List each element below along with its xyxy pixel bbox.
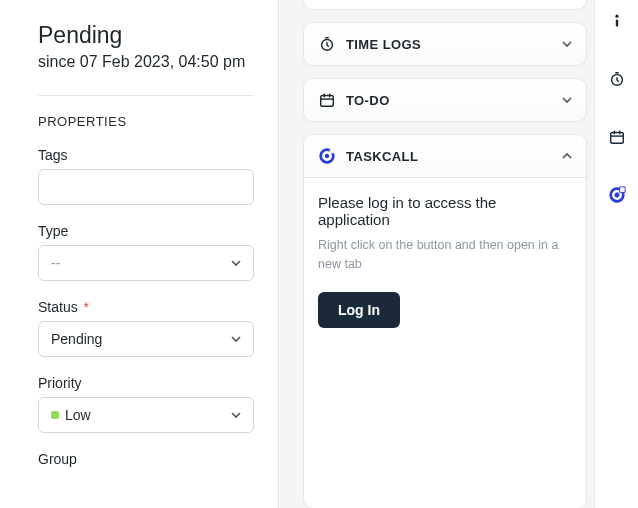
- svg-rect-6: [615, 19, 617, 26]
- taskcall-message-sub: Right click on the button and then open …: [318, 236, 572, 274]
- properties-panel: Pending since 07 Feb 2023, 04:50 pm PROP…: [0, 0, 279, 508]
- todo-header[interactable]: TO-DO: [304, 79, 586, 121]
- status-since: since 07 Feb 2023, 04:50 pm: [38, 53, 254, 71]
- login-button[interactable]: Log In: [318, 292, 400, 328]
- calendar-icon: [318, 91, 336, 109]
- rail-timelog-button[interactable]: [604, 66, 630, 92]
- stopwatch-icon: [318, 35, 336, 53]
- status-select[interactable]: Pending: [38, 321, 254, 357]
- tags-input[interactable]: [38, 169, 254, 205]
- svg-rect-8: [610, 133, 623, 144]
- stopwatch-icon: [608, 70, 626, 88]
- svg-rect-4: [330, 148, 335, 153]
- previous-card-edge: [303, 0, 587, 10]
- divider: [38, 95, 254, 96]
- time-logs-label: TIME LOGS: [346, 37, 421, 52]
- main-area: TIME LOGS TO-DO: [279, 0, 638, 508]
- chevron-down-icon: [231, 410, 241, 420]
- todo-label: TO-DO: [346, 93, 390, 108]
- priority-value-wrapper: Low: [51, 407, 91, 423]
- type-select[interactable]: --: [38, 245, 254, 281]
- status-title: Pending: [38, 22, 254, 49]
- type-placeholder: --: [51, 255, 231, 271]
- chevron-down-icon: [231, 258, 241, 268]
- priority-select[interactable]: Low: [38, 397, 254, 433]
- taskcall-icon: [318, 147, 336, 165]
- taskcall-header[interactable]: TASKCALL: [304, 135, 586, 178]
- priority-dot-icon: [51, 411, 59, 419]
- taskcall-message-title: Please log in to access the application: [318, 194, 572, 228]
- tags-label: Tags: [38, 147, 254, 163]
- taskcall-icon: [608, 186, 626, 204]
- field-tags: Tags: [38, 147, 254, 205]
- status-label: Status *: [38, 299, 254, 315]
- accordion-time-logs: TIME LOGS: [303, 22, 587, 66]
- field-status: Status * Pending: [38, 299, 254, 357]
- chevron-up-icon: [562, 151, 572, 161]
- svg-point-10: [614, 193, 618, 197]
- chevron-down-icon: [231, 334, 241, 344]
- type-label: Type: [38, 223, 254, 239]
- rail-calendar-button[interactable]: [604, 124, 630, 150]
- chevron-down-icon: [562, 95, 572, 105]
- svg-point-5: [615, 15, 618, 18]
- priority-value: Low: [65, 407, 91, 423]
- svg-point-3: [325, 154, 329, 158]
- accordion-taskcall: TASKCALL Please log in to access the app…: [303, 134, 587, 508]
- svg-rect-11: [619, 187, 624, 192]
- side-rail: [594, 0, 638, 508]
- svg-rect-1: [321, 96, 334, 107]
- priority-label: Priority: [38, 375, 254, 391]
- group-label: Group: [38, 451, 254, 467]
- field-priority: Priority Low: [38, 375, 254, 433]
- required-mark: *: [84, 299, 89, 315]
- properties-section-label: PROPERTIES: [38, 114, 254, 129]
- field-group: Group: [38, 451, 254, 467]
- taskcall-body: Please log in to access the application …: [304, 178, 586, 508]
- calendar-icon: [608, 128, 626, 146]
- accordion-todo: TO-DO: [303, 78, 587, 122]
- info-icon: [609, 13, 625, 29]
- taskcall-label: TASKCALL: [346, 149, 418, 164]
- status-value: Pending: [51, 331, 231, 347]
- field-type: Type --: [38, 223, 254, 281]
- chevron-down-icon: [562, 39, 572, 49]
- rail-info-button[interactable]: [604, 8, 630, 34]
- time-logs-header[interactable]: TIME LOGS: [304, 23, 586, 65]
- rail-taskcall-button[interactable]: [604, 182, 630, 208]
